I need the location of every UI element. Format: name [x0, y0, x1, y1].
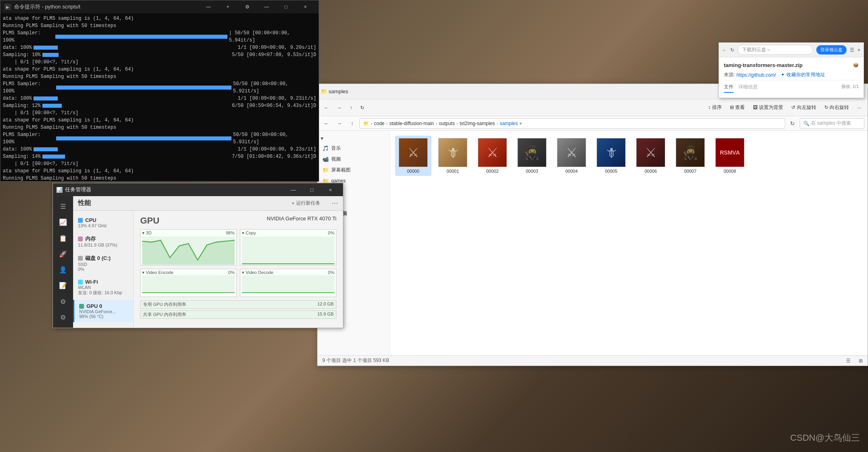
- svg-rect-2: [242, 236, 334, 265]
- cmd-controls: — + ⚙ — □ ×: [199, 0, 315, 13]
- cmd-progress-bar-1: [55, 35, 227, 39]
- download-menu-btn[interactable]: ☰: [850, 47, 854, 53]
- tm-sidebar-disk[interactable]: 磁盘 0 (C:) SSD 0%: [73, 251, 133, 275]
- cmd-settings-btn[interactable]: ⚙: [238, 0, 256, 13]
- thumb-figure-6: ⚔: [637, 138, 665, 167]
- file-manager-toolbar: ← → ↑ ↻ ↕ 排序 ⊞ 查看 🖼 设置为背景 ↺ 向左旋转 ↻ 向右旋转 …: [317, 99, 868, 116]
- file-name-00002: 00002: [486, 169, 499, 174]
- tm-sidebar-wifi[interactable]: Wi-Fi WLAN 发送: 0 接收: 16.0 Kbp: [73, 276, 133, 299]
- sidebar-collapse-btn[interactable]: ▾: [317, 134, 390, 143]
- breadcrumb[interactable]: 📁 › code › stable-diffusion-main › outpu…: [359, 118, 785, 129]
- breadcrumb-code[interactable]: code: [374, 121, 385, 126]
- fm-up-btn[interactable]: ↑: [347, 101, 355, 114]
- download-back-btn[interactable]: ←: [722, 47, 727, 53]
- file-item-00000[interactable]: ⚔ 00000: [395, 136, 431, 176]
- file-item-00003[interactable]: 🥷 00003: [514, 136, 550, 176]
- cmd-line-11: Running PLMS Sampling with 50 timesteps: [3, 175, 316, 181]
- fm-back-btn[interactable]: ←: [321, 101, 332, 114]
- fm-set-bg-btn[interactable]: 🖼 设置为背景: [750, 101, 786, 114]
- cmd-stat-3: 50/50 [00:08<00:00, 5.93it/s]: [233, 131, 316, 146]
- view-toggle-grid[interactable]: ⊞: [859, 358, 863, 364]
- sidebar-item-music[interactable]: 🎵 音乐: [317, 143, 390, 154]
- cmd-minimize-btn[interactable]: —: [257, 0, 276, 13]
- tm-close-btn[interactable]: ×: [321, 183, 340, 196]
- fm-more-btn[interactable]: ···: [854, 101, 864, 114]
- disk-item-pct: 0%: [78, 267, 128, 272]
- cmd-maximize-btn[interactable]: □: [277, 0, 295, 13]
- download-refresh-btn[interactable]: ↻: [730, 47, 734, 53]
- breadcrumb-chevron[interactable]: ▾: [519, 121, 522, 126]
- file-item-00005[interactable]: 🗡 00005: [593, 136, 629, 176]
- gpu-dot: [79, 304, 84, 309]
- download-login-btn[interactable]: 登录领云盘: [816, 45, 847, 54]
- fm-sort-btn[interactable]: ↕ 排序: [705, 101, 725, 114]
- tm-run-task-btn[interactable]: + 运行新任务: [292, 200, 320, 207]
- tm-nav-startup[interactable]: 🚀: [56, 247, 70, 261]
- download-detail-tab[interactable]: 详细信息: [738, 84, 758, 93]
- tm-nav-users[interactable]: 👤: [56, 263, 70, 277]
- cmd-close-btn[interactable]: ×: [296, 0, 315, 13]
- tm-nav-apphistory[interactable]: 📋: [56, 231, 70, 245]
- file-item-00007[interactable]: 🥷 00007: [672, 136, 708, 176]
- fm-rotate-right-btn[interactable]: ↻ 向右旋转: [821, 101, 852, 114]
- fm-nav-up[interactable]: ↑: [347, 118, 358, 129]
- tm-nav-settings[interactable]: ⚙: [56, 310, 70, 324]
- tm-nav-performance[interactable]: 📈: [56, 215, 70, 229]
- gpu-copy-canvas: [242, 236, 334, 265]
- search-placeholder: 在 samples 中搜索: [811, 120, 851, 127]
- cmd-line-3: | 0/1 [00:00<?, ?it/s]: [3, 59, 316, 66]
- file-item-00006[interactable]: ⚔ 00006: [633, 136, 669, 176]
- fm-nav-forward[interactable]: →: [334, 118, 345, 129]
- gpu-shared-mem-label: 共享 GPU 内存利用率: [143, 312, 186, 318]
- tm-maximize-btn[interactable]: □: [303, 183, 321, 196]
- breadcrumb-txt2img[interactable]: txt2img-samples: [460, 121, 495, 126]
- tm-sidebar-memory[interactable]: 内存 11.8/31.9 GB (37%): [73, 232, 133, 251]
- cmd-plms-label-1: PLMS Sampler: 100%: [3, 29, 54, 44]
- file-manager-body: ▾ 🎵 音乐 📹 视频 📁 屏幕截图 📁 games 📁 src: [317, 131, 868, 355]
- breadcrumb-stable[interactable]: stable-diffusion-main: [389, 121, 434, 126]
- fm-rotate-left-btn[interactable]: ↺ 向左旋转: [788, 101, 819, 114]
- tm-sidebar-gpu[interactable]: GPU 0 NVIDIA GeForce... 98% (56 °C): [73, 300, 133, 322]
- download-file-tab[interactable]: 文件: [724, 84, 733, 93]
- view-toggle-list[interactable]: ☰: [846, 358, 851, 364]
- fm-nav-back[interactable]: ←: [321, 118, 332, 129]
- fm-view-btn[interactable]: ⊞ 查看: [727, 101, 748, 114]
- download-close-btn[interactable]: ×: [857, 47, 860, 53]
- tm-nav-processes[interactable]: ☰: [56, 199, 70, 213]
- cmd-add-btn[interactable]: +: [219, 0, 237, 13]
- tm-nav-details[interactable]: 📝: [56, 278, 70, 293]
- tm-sidebar-cpu[interactable]: CPU 13% 4.97 GHz: [73, 214, 133, 231]
- cmd-window: ▶ 命令提示符 - python scripts/t — + ⚙ — □ × a…: [0, 0, 319, 182]
- cpu-dot: [78, 218, 83, 223]
- download-shortcut[interactable]: ✦ 收藏你的常用地址: [781, 71, 825, 78]
- tm-nav-services[interactable]: ⚙: [56, 295, 70, 309]
- fm-refresh-btn[interactable]: ↻: [357, 101, 368, 114]
- thumb-figure-8: RSMVA: [716, 138, 744, 167]
- sidebar-item-video[interactable]: 📹 视频: [317, 154, 390, 165]
- file-item-00002[interactable]: ⚔ 00002: [474, 136, 511, 176]
- breadcrumb-samples[interactable]: samples: [500, 121, 518, 126]
- cmd-minus-btn[interactable]: —: [199, 0, 218, 13]
- download-url-bar[interactable]: 下载到云盘～: [738, 45, 813, 55]
- tm-minimize-btn[interactable]: —: [284, 183, 303, 196]
- file-item-00008[interactable]: RSMVA 00008: [712, 136, 748, 176]
- breadcrumb-outputs[interactable]: outputs: [439, 121, 455, 126]
- file-thumbnail-00000: ⚔: [399, 138, 428, 167]
- tm-more-btn[interactable]: ⋯: [332, 199, 338, 207]
- cmd-data-label-3: data: 100%: [3, 146, 32, 153]
- sidebar-item-screenshot[interactable]: 📁 屏幕截图: [317, 165, 390, 176]
- disk-item-detail: SSD: [78, 262, 128, 267]
- download-source-label: 来源:: [724, 71, 735, 78]
- download-source-url[interactable]: https://github.com/: [736, 72, 776, 78]
- fm-nav-refresh[interactable]: ↻: [787, 118, 798, 129]
- file-manager-statusbar: 9 个项目 选中 1 个项目 593 KB ☰ ⊞: [317, 355, 868, 366]
- file-item-00001[interactable]: 🗡 00001: [435, 136, 471, 176]
- file-name-00005: 00005: [605, 169, 618, 174]
- fm-forward-btn[interactable]: →: [334, 101, 345, 114]
- download-content: taming-transformers-master.zip 📦 来源: htt…: [719, 57, 864, 98]
- file-manager-search[interactable]: 🔍 在 samples 中搜索: [800, 118, 864, 129]
- cmd-plms-label-3: PLMS Sampler: 100%: [3, 131, 55, 146]
- file-item-00004[interactable]: ⚔ 00004: [553, 136, 590, 176]
- file-manager-title: 📁 samples: [321, 88, 348, 94]
- cmd-line-1: ata shape for PLMS sampling is (1, 4, 64…: [3, 15, 316, 22]
